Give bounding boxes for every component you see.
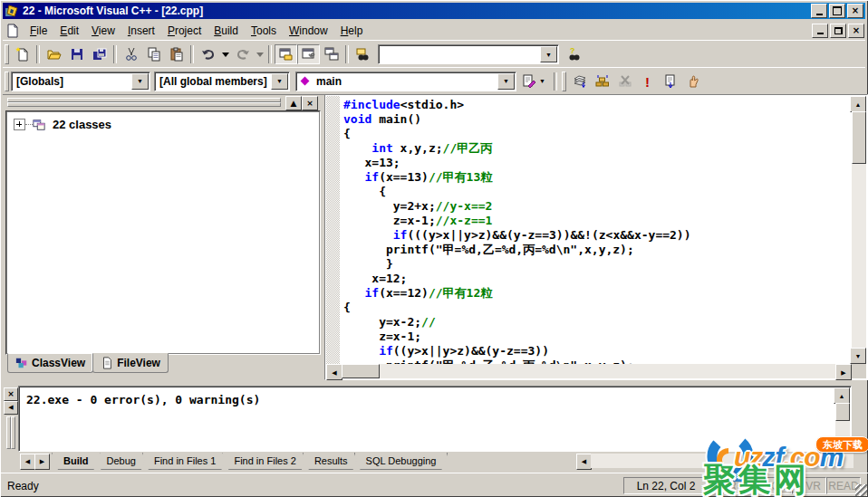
menu-view[interactable]: View <box>85 23 121 39</box>
output-vscrollbar[interactable]: ▲ <box>835 387 850 450</box>
find-combobox[interactable]: ▼ <box>378 44 559 64</box>
scope-combobox-arrow[interactable]: ▼ <box>131 73 149 90</box>
filter-combobox-arrow[interactable]: ▼ <box>271 73 288 90</box>
member-combobox[interactable]: main ▼ <box>295 72 516 91</box>
minimize-button[interactable] <box>811 4 827 18</box>
go-button[interactable] <box>659 72 681 91</box>
open-button[interactable] <box>43 44 65 64</box>
undo-button[interactable] <box>197 44 219 64</box>
toolbar-separator <box>113 45 117 63</box>
output-tab-debug[interactable]: Debug <box>95 453 148 470</box>
vscroll-thumb[interactable] <box>852 111 866 164</box>
output-toggle-button[interactable] <box>297 44 320 64</box>
scope-combobox-value[interactable]: [Globals] <box>12 75 131 88</box>
menu-tools[interactable]: Tools <box>245 23 283 39</box>
new-text-file-button[interactable] <box>11 44 34 64</box>
window-list-button[interactable] <box>320 44 342 64</box>
menu-project[interactable]: Project <box>161 23 207 39</box>
wizard-actions-button[interactable]: ▼ <box>516 72 551 91</box>
menu-build[interactable]: Build <box>207 23 245 39</box>
output-collapse-button[interactable]: ◀ <box>4 401 18 415</box>
code-line: z=x-1; <box>343 330 849 344</box>
resize-grip[interactable] <box>855 484 867 496</box>
svg-text:?: ? <box>570 47 575 55</box>
workspace-toggle-button[interactable] <box>275 44 297 64</box>
workspace-gripper[interactable] <box>7 102 281 107</box>
output-tab-results[interactable]: Results <box>303 453 360 470</box>
child-restore-button[interactable] <box>830 24 846 38</box>
code-text[interactable]: #include<stdio.h>void main(){ int x,y,z;… <box>343 98 849 364</box>
workspace-pin-button[interactable]: ▲ <box>285 96 302 110</box>
filter-combobox-value[interactable]: [All global members] <box>155 75 271 88</box>
undo-dropdown-button[interactable] <box>219 44 231 64</box>
code-line: z=x-1;//x-z==1 <box>343 214 849 228</box>
tab-fileview[interactable]: FileView <box>92 353 169 373</box>
scroll-left-button[interactable]: ◀ <box>326 364 342 380</box>
editor-vscrollbar[interactable]: ▲ ▼ <box>852 96 866 364</box>
filter-combobox[interactable]: [All global members] ▼ <box>154 72 290 91</box>
tree-node-classes[interactable]: 22 classes <box>14 118 320 131</box>
close-button[interactable]: × <box>847 4 863 18</box>
code-editor[interactable]: #include<stdio.h>void main(){ int x,y,z;… <box>324 94 868 380</box>
copy-button[interactable] <box>142 44 165 64</box>
member-combobox-arrow[interactable]: ▼ <box>497 73 515 90</box>
classview-tree[interactable]: 22 classes <box>5 110 321 355</box>
scope-combobox[interactable]: [Globals] ▼ <box>11 72 150 91</box>
output-gripper[interactable] <box>11 416 15 449</box>
maximize-button[interactable] <box>829 4 845 18</box>
paste-button[interactable] <box>165 44 188 64</box>
scroll-right-button[interactable]: ▶ <box>835 364 852 380</box>
cut-button[interactable] <box>120 44 142 64</box>
menu-edit[interactable]: Edit <box>53 23 85 39</box>
document-icon[interactable] <box>5 24 20 37</box>
toolbar-separator <box>554 72 557 91</box>
tree-node-label[interactable]: 22 classes <box>53 118 111 131</box>
tab-classview[interactable]: ClassView <box>7 353 93 373</box>
member-combobox-value[interactable]: main <box>312 75 497 88</box>
menu-help[interactable]: Help <box>334 23 370 39</box>
find-combobox-arrow[interactable]: ▼ <box>540 46 557 62</box>
menu-window[interactable]: Window <box>283 23 334 39</box>
output-tab-sql-debugging[interactable]: SQL Debugging <box>354 453 448 470</box>
tabs-scroll-right-button[interactable]: ▶ <box>34 454 50 470</box>
build-button[interactable] <box>591 72 613 91</box>
workspace-close-button[interactable]: × <box>302 96 318 110</box>
redo-dropdown-button[interactable] <box>254 44 265 64</box>
toggle-breakpoint-button[interactable] <box>681 72 704 91</box>
menu-insert[interactable]: Insert <box>121 23 161 39</box>
menu-file[interactable]: File <box>24 23 53 39</box>
output-tab-find-in-files-2[interactable]: Find in Files 2 <box>222 453 307 470</box>
save-button[interactable] <box>65 44 88 64</box>
search-button[interactable]: ? <box>563 44 585 64</box>
execute-program-button[interactable]: ! <box>636 72 659 91</box>
compile-button[interactable] <box>568 72 591 91</box>
find-in-files-button[interactable] <box>352 44 374 64</box>
arrow-right-icon: ▶ <box>40 458 44 466</box>
cursor-position-panel: Ln 22, Col 2 <box>623 477 709 494</box>
vscroll-thumb[interactable] <box>835 403 850 421</box>
selection-margin[interactable] <box>326 96 340 364</box>
tabs-scroll-left-button[interactable]: ◀ <box>20 454 35 470</box>
expand-plus-icon[interactable] <box>14 119 25 130</box>
workspace-icon <box>279 47 294 62</box>
build-output-pane[interactable]: 22.exe - 0 error(s), 0 warning(s) ▲ <box>18 386 852 452</box>
toolbar-gripper[interactable] <box>5 44 9 64</box>
output-hscroll-track[interactable] <box>591 454 854 468</box>
hscroll-thumb[interactable] <box>342 364 380 378</box>
svg-text:!: ! <box>645 74 650 89</box>
redo-button[interactable] <box>231 44 254 64</box>
scroll-up-button[interactable]: ▲ <box>834 387 850 404</box>
wizardbar-gripper[interactable] <box>5 72 9 91</box>
child-close-button[interactable]: × <box>848 24 864 38</box>
buildbar-gripper[interactable] <box>562 72 566 91</box>
scroll-up-button[interactable]: ▲ <box>850 96 866 112</box>
scroll-down-button[interactable]: ▼ <box>850 348 866 364</box>
stop-build-button[interactable] <box>613 72 636 91</box>
output-close-button[interactable]: × <box>4 387 18 401</box>
output-tab-build[interactable]: Build <box>52 453 101 470</box>
child-minimize-button[interactable] <box>812 24 828 38</box>
output-tab-find-in-files-1[interactable]: Find in Files 1 <box>142 453 227 470</box>
save-all-button[interactable] <box>88 44 111 64</box>
editor-hscrollbar[interactable]: ◀ ▶ <box>326 364 852 378</box>
output-hscroll-left-button[interactable]: ◀ <box>576 454 592 470</box>
